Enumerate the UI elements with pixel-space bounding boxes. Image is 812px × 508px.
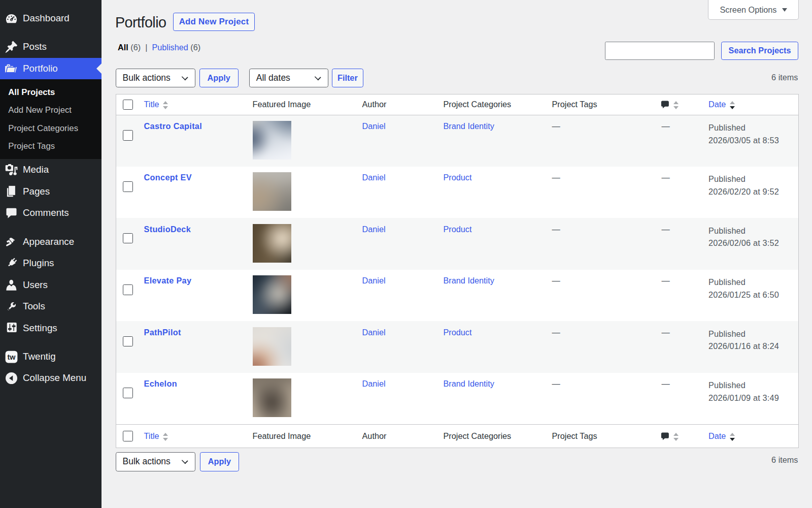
svg-text:tw: tw	[8, 353, 16, 361]
